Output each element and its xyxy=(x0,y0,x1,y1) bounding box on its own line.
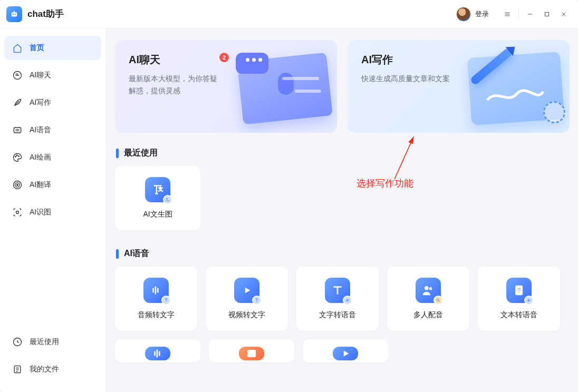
sidebar: 首页 AI聊天 AI写作 AI语音 AI绘画 AI翻译 AI识图 xyxy=(0,28,105,392)
sidebar-item-label: AI写作 xyxy=(30,98,51,107)
section-head-audio: AI语音 xyxy=(116,248,570,259)
sidebar-item-write[interactable]: AI写作 xyxy=(4,91,101,115)
minimize-icon[interactable] xyxy=(522,6,538,22)
hero-card-write[interactable]: AI写作 快速生成高质量文章和文案 xyxy=(348,40,570,133)
svg-point-20 xyxy=(437,299,439,301)
svg-point-17 xyxy=(166,198,168,200)
tool-card-multi-dub[interactable]: 多人配音 xyxy=(387,267,469,331)
hero-card-chat[interactable]: AI聊天 最新版本大模型，为你答疑解惑，提供灵感 2 xyxy=(115,40,337,133)
sidebar-item-home[interactable]: 首页 xyxy=(4,36,101,60)
tool-label: 文本转语音 xyxy=(500,310,537,320)
tool-card-partial[interactable] xyxy=(209,339,294,362)
sidebar-item-label: AI翻译 xyxy=(30,180,51,190)
section-title: 最近使用 xyxy=(124,148,158,159)
tool-card-text2speech[interactable]: 文字转语音 xyxy=(296,267,379,331)
svg-point-8 xyxy=(16,155,17,156)
svg-point-9 xyxy=(18,156,20,157)
tool-label: AI文生图 xyxy=(143,210,172,219)
translate-icon xyxy=(12,179,23,191)
sidebar-item-label: AI绘画 xyxy=(30,153,51,162)
sidebar-item-label: 最近使用 xyxy=(30,337,59,347)
sidebar-item-recent[interactable]: 最近使用 xyxy=(4,330,101,354)
sidebar-item-audio[interactable]: AI语音 xyxy=(4,118,101,142)
tool-label: 文字转语音 xyxy=(319,310,356,320)
text2img-icon: 文 xyxy=(145,177,170,202)
tool-card-partial[interactable] xyxy=(115,339,200,362)
divider xyxy=(518,8,519,20)
sidebar-item-chat[interactable]: AI聊天 xyxy=(4,63,101,87)
svg-point-7 xyxy=(15,156,16,158)
svg-rect-0 xyxy=(12,12,17,16)
feather-icon xyxy=(12,97,23,109)
generic-icon xyxy=(145,347,170,360)
titlebar: chat助手 登录 xyxy=(0,0,578,28)
chat-icon xyxy=(12,70,23,81)
sidebar-item-label: 首页 xyxy=(30,43,44,53)
hero-illustration-write xyxy=(451,47,562,126)
sidebar-item-label: 我的文件 xyxy=(30,365,59,374)
people-icon xyxy=(416,278,441,303)
tool-label: 视频转文字 xyxy=(228,310,265,320)
audio-icon xyxy=(12,124,23,136)
sidebar-item-ocr[interactable]: AI识图 xyxy=(4,200,101,224)
tool-label: 音频转文字 xyxy=(138,310,175,320)
section-bar-icon xyxy=(116,249,119,259)
app-title: chat助手 xyxy=(27,8,64,20)
svg-rect-22 xyxy=(517,288,522,289)
svg-rect-25 xyxy=(247,350,255,357)
sidebar-item-label: AI语音 xyxy=(30,125,51,135)
svg-point-18 xyxy=(425,286,429,290)
close-icon[interactable] xyxy=(556,6,572,22)
svg-point-12 xyxy=(17,184,18,186)
video-play-icon xyxy=(234,278,259,303)
tool-label: 多人配音 xyxy=(413,310,443,320)
annotation-text: 选择写作功能 xyxy=(357,177,413,190)
svg-text:文: 文 xyxy=(158,187,163,192)
sidebar-item-label: AI识图 xyxy=(30,208,51,217)
file-icon xyxy=(12,364,23,375)
home-icon xyxy=(12,42,23,54)
hamburger-menu-icon[interactable] xyxy=(499,6,515,22)
scan-icon xyxy=(12,207,23,218)
main-content: AI聊天 最新版本大模型，为你答疑解惑，提供灵感 2 AI写作 快速生成高质量文… xyxy=(105,28,578,392)
section-head-recent: 最近使用 xyxy=(116,148,570,159)
svg-rect-24 xyxy=(517,291,520,292)
tool-card-video2text[interactable]: 视频转文字 xyxy=(206,267,288,331)
tool-card-partial[interactable] xyxy=(303,339,388,362)
hero-desc: 最新版本大模型，为你答疑解惑，提供灵感 xyxy=(129,73,218,97)
tool-card-audio2text[interactable]: 音频转文字 xyxy=(115,267,197,331)
palette-icon xyxy=(12,152,23,163)
svg-point-1 xyxy=(13,13,14,14)
tool-card-text2img[interactable]: 文 AI文生图 xyxy=(115,166,200,230)
generic-icon xyxy=(239,347,264,360)
audio-wave-icon xyxy=(143,278,169,303)
svg-rect-23 xyxy=(517,290,522,291)
tool-card-tts[interactable]: 文本转语音 xyxy=(478,267,560,331)
hero-illustration-chat xyxy=(219,47,330,126)
sidebar-item-label: AI聊天 xyxy=(30,71,51,80)
hero-desc: 快速生成高质量文章和文案 xyxy=(361,73,451,85)
svg-point-2 xyxy=(15,13,16,14)
svg-rect-4 xyxy=(545,12,549,16)
maximize-icon[interactable] xyxy=(539,6,555,22)
login-link[interactable]: 登录 xyxy=(475,9,489,19)
svg-rect-3 xyxy=(14,11,15,12)
avatar[interactable] xyxy=(456,7,471,22)
app-logo-icon xyxy=(6,6,22,22)
document-icon xyxy=(506,278,532,303)
sidebar-item-translate[interactable]: AI翻译 xyxy=(4,173,101,197)
section-title: AI语音 xyxy=(124,248,149,259)
svg-point-19 xyxy=(429,287,432,290)
generic-icon xyxy=(333,347,358,360)
svg-point-13 xyxy=(16,211,19,214)
text-t-icon xyxy=(325,278,350,303)
sidebar-item-paint[interactable]: AI绘画 xyxy=(4,145,101,170)
sidebar-item-files[interactable]: 我的文件 xyxy=(4,357,101,381)
section-bar-icon xyxy=(116,149,119,158)
history-icon xyxy=(12,336,23,348)
